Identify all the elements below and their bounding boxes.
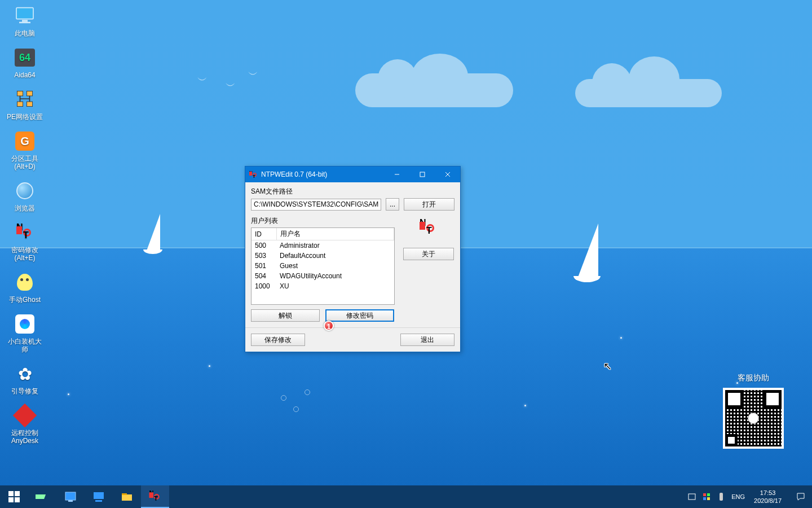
tray-usb-icon[interactable] xyxy=(717,492,726,501)
open-button[interactable]: 打开 xyxy=(404,198,454,211)
xiaobai-icon xyxy=(15,314,34,334)
table-row[interactable]: 1000XU xyxy=(251,281,394,291)
bird-icon: ︶ xyxy=(248,68,258,81)
svg-rect-12 xyxy=(36,494,46,499)
ntpwedit-icon: NT xyxy=(15,223,34,242)
about-button[interactable]: 关于 xyxy=(403,248,454,260)
qr-code xyxy=(723,388,784,449)
callout-1: 1 xyxy=(324,321,334,331)
network-icon xyxy=(15,89,34,110)
svg-rect-13 xyxy=(65,492,76,500)
svg-rect-6 xyxy=(27,102,32,107)
cloud xyxy=(355,73,513,107)
desktop-icon-label: 引导修复 xyxy=(3,387,47,395)
userlist-label: 用户列表 xyxy=(251,216,395,226)
tray-date: 2020/8/17 xyxy=(754,497,782,505)
bird-icon: ︶ xyxy=(197,73,208,87)
desktop-icon-label: 手动Ghost xyxy=(3,296,47,304)
table-row[interactable]: 501Guest xyxy=(251,261,394,271)
save-button[interactable]: 保存修改 xyxy=(251,334,305,346)
aida64-icon: 64 xyxy=(15,49,35,67)
change-password-button[interactable]: 修改密码 xyxy=(325,309,394,322)
desktop-icon-pe-network[interactable]: PE网络设置 xyxy=(3,86,47,122)
tray-show-hidden-icon[interactable] xyxy=(687,492,696,501)
titlebar[interactable]: NT NTPWEdit 0.7 (64-bit) xyxy=(245,167,460,182)
sam-path-input[interactable] xyxy=(251,199,381,211)
desktop-icon-label: 密码修改 (Alt+E) xyxy=(3,246,47,262)
sparkle xyxy=(209,365,210,367)
desktop-icon-xiaobai[interactable]: 小白装机大 师 xyxy=(3,311,47,355)
svg-rect-1 xyxy=(22,20,28,21)
taskbar-hwinfo[interactable] xyxy=(28,485,56,508)
sailboat xyxy=(578,224,601,282)
desktop-icon-ghost[interactable]: 手动Ghost xyxy=(3,269,47,305)
svg-rect-9 xyxy=(15,491,20,496)
taskbar-ntpwedit[interactable]: NT xyxy=(141,485,169,508)
desktop-icon-aida64[interactable]: 64 Aida64 xyxy=(3,45,47,81)
svg-rect-10 xyxy=(8,497,14,502)
ntpwedit-window[interactable]: NT NTPWEdit 0.7 (64-bit) SAM文件路径 ... 打开 … xyxy=(245,166,461,352)
user-list[interactable]: ID 用户名 500Administrator 503DefaultAccoun… xyxy=(251,227,395,305)
bubble xyxy=(281,395,286,401)
svg-rect-2 xyxy=(19,21,30,23)
maximize-button[interactable] xyxy=(409,167,435,182)
bird-icon: ︶ xyxy=(226,79,236,93)
col-id[interactable]: ID xyxy=(251,228,276,240)
desktop-icon-diskgenius[interactable]: G 分区工具 (Alt+D) xyxy=(3,128,47,172)
tray-clock[interactable]: 17:53 2020/8/17 xyxy=(751,489,785,505)
desktop-icon-this-pc[interactable]: 此电脑 xyxy=(3,3,47,39)
desktop-icon-label: Aida64 xyxy=(3,71,47,79)
minimize-button[interactable] xyxy=(384,167,409,182)
svg-rect-11 xyxy=(15,497,20,502)
sam-path-label: SAM文件路径 xyxy=(251,187,454,196)
globe-icon xyxy=(16,182,33,199)
window-app-icon: NT xyxy=(249,170,258,179)
sparkle xyxy=(524,405,526,406)
window-client: SAM文件路径 ... 打开 用户列表 ID 用户名 500Administra… xyxy=(245,182,460,352)
pinwheel-icon: ✿ xyxy=(18,364,32,384)
desktop-icon-anydesk[interactable]: 远程控制 AnyDesk xyxy=(3,402,47,446)
start-button[interactable] xyxy=(0,485,28,508)
desktop-icon-boot-repair[interactable]: ✿ 引导修复 xyxy=(3,361,47,397)
this-pc-icon xyxy=(14,4,36,28)
close-button[interactable] xyxy=(435,167,460,182)
bubble xyxy=(304,389,310,395)
svg-rect-22 xyxy=(707,497,710,500)
exit-button[interactable]: 退出 xyxy=(400,334,454,346)
tray-language[interactable]: ENG xyxy=(731,493,745,500)
anydesk-icon xyxy=(13,404,37,427)
svg-rect-17 xyxy=(122,493,127,495)
qr-title: 客服协助 xyxy=(723,373,784,383)
desktop-icon-label: 此电脑 xyxy=(3,29,47,37)
qr-assist-panel: 客服协助 xyxy=(723,373,784,449)
svg-rect-23 xyxy=(720,493,723,501)
cloud xyxy=(575,79,722,107)
sparkle xyxy=(68,393,69,395)
unlock-button[interactable]: 解锁 xyxy=(251,309,320,322)
tray-security-icon[interactable] xyxy=(702,492,711,501)
taskbar-diskmgr[interactable] xyxy=(56,485,85,508)
svg-rect-3 xyxy=(17,91,23,96)
svg-rect-8 xyxy=(8,491,14,496)
table-row[interactable]: 503DefaultAccount xyxy=(251,251,394,261)
col-username[interactable]: 用户名 xyxy=(276,228,394,240)
table-row[interactable]: 504WDAGUtilityAccount xyxy=(251,271,394,281)
svg-rect-4 xyxy=(27,91,32,96)
taskbar-explorer[interactable] xyxy=(113,485,141,508)
taskbar: NT ENG 17:53 2020/8/17 xyxy=(0,485,812,508)
svg-rect-16 xyxy=(95,500,102,502)
table-row[interactable]: 500Administrator xyxy=(251,240,394,251)
taskbar-network[interactable] xyxy=(85,485,113,508)
sailboat xyxy=(147,214,162,254)
browse-button[interactable]: ... xyxy=(386,198,399,211)
desktop-icon-label: 分区工具 (Alt+D) xyxy=(3,155,47,170)
desktop-icon-ntpwedit[interactable]: NT 密码修改 (Alt+E) xyxy=(3,220,47,264)
svg-rect-0 xyxy=(16,7,33,19)
action-center-button[interactable] xyxy=(789,485,812,508)
svg-rect-21 xyxy=(703,497,706,500)
desktop-icons: 此电脑 64 Aida64 PE网络设置 G 分区工具 (Alt+D) 浏览器 … xyxy=(3,3,54,452)
ntpwedit-icon: NT xyxy=(148,490,162,503)
desktop-icon-label: 远程控制 AnyDesk xyxy=(3,429,47,445)
desktop-icon-browser[interactable]: 浏览器 xyxy=(3,178,47,214)
window-controls xyxy=(384,167,460,182)
